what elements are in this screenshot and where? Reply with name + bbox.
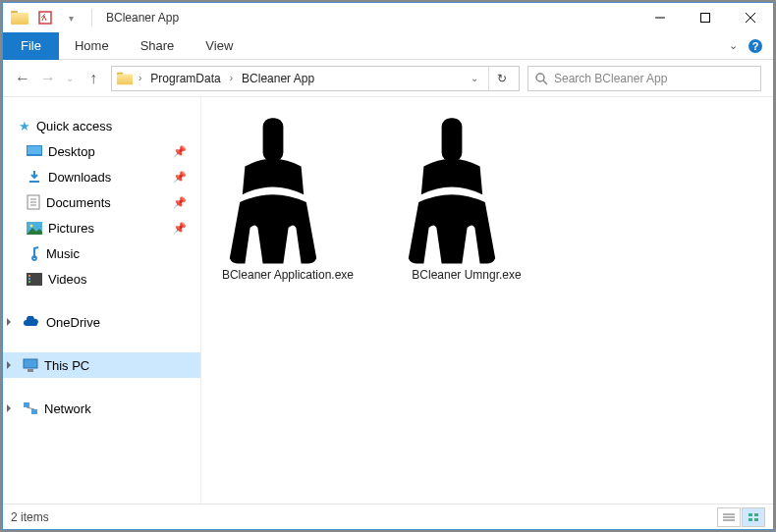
titlebar: ▾ BCleaner App — [3, 3, 773, 32]
svg-rect-27 — [263, 118, 284, 161]
qat-dropdown-icon[interactable]: ▾ — [60, 7, 82, 28]
svg-rect-35 — [754, 518, 758, 521]
address-dropdown-icon[interactable]: ⌄ — [465, 73, 484, 83]
sidebar-item-videos[interactable]: Videos — [3, 266, 200, 292]
sidebar-item-onedrive[interactable]: OneDrive — [3, 309, 200, 335]
sidebar-item-documents[interactable]: Documents 📌 — [3, 189, 200, 215]
svg-rect-2 — [701, 14, 710, 23]
downloads-icon — [27, 169, 42, 185]
pictures-icon — [27, 222, 42, 235]
minimize-button[interactable] — [637, 3, 683, 32]
tab-home[interactable]: Home — [59, 32, 125, 60]
svg-rect-25 — [31, 409, 37, 414]
svg-rect-19 — [28, 275, 30, 277]
pin-icon: 📌 — [173, 171, 187, 184]
folder-icon — [117, 72, 133, 84]
pin-icon: 📌 — [173, 222, 187, 235]
svg-rect-21 — [28, 281, 30, 283]
file-name: BCleaner Application.exe — [209, 268, 366, 284]
forward-button[interactable]: → — [40, 70, 56, 87]
svg-rect-10 — [28, 146, 41, 154]
close-button[interactable] — [728, 3, 773, 32]
svg-rect-24 — [24, 402, 29, 407]
svg-rect-20 — [28, 278, 30, 280]
svg-rect-32 — [748, 513, 752, 516]
file-item[interactable]: BCleaner Umngr.exe — [388, 111, 545, 307]
music-icon — [27, 245, 40, 261]
file-item[interactable]: BCleaner Application.exe — [209, 111, 366, 307]
search-icon — [534, 72, 548, 85]
svg-text:?: ? — [752, 40, 759, 52]
properties-icon[interactable] — [34, 7, 56, 28]
status-bar: 2 items — [3, 504, 773, 529]
details-view-button[interactable] — [717, 507, 741, 527]
ribbon-expand-icon[interactable]: ⌄ — [729, 39, 738, 52]
explorer-window: ▾ BCleaner App File Home Share View ⌄ ? — [2, 2, 774, 530]
address-bar-row: ← → ⌄ ↑ › ProgramData › BCleaner App ⌄ ↻… — [3, 60, 773, 97]
quick-access-header[interactable]: ★ Quick access — [3, 113, 200, 138]
sidebar-item-network[interactable]: Network — [3, 396, 200, 421]
sidebar-item-this-pc[interactable]: This PC — [3, 352, 200, 378]
tab-view[interactable]: View — [190, 32, 249, 60]
svg-point-17 — [30, 224, 33, 227]
svg-rect-33 — [754, 513, 758, 516]
ribbon: File Home Share View ⌄ ? — [3, 32, 773, 60]
window-title: BCleaner App — [98, 11, 179, 25]
sidebar-item-pictures[interactable]: Pictures 📌 — [3, 215, 200, 240]
chevron-right-icon[interactable]: › — [229, 73, 234, 83]
network-icon — [23, 401, 38, 415]
pin-icon: 📌 — [173, 145, 187, 158]
svg-rect-22 — [24, 359, 37, 368]
app-icon — [388, 111, 516, 268]
documents-icon — [27, 194, 40, 210]
quick-access-toolbar: ▾ — [3, 7, 98, 28]
svg-rect-23 — [28, 369, 33, 372]
folder-icon[interactable] — [9, 7, 30, 28]
file-tab[interactable]: File — [3, 32, 59, 60]
sidebar-item-music[interactable]: Music — [3, 240, 200, 266]
back-button[interactable]: ← — [15, 70, 30, 87]
search-placeholder: Search BCleaner App — [554, 72, 667, 85]
onedrive-icon — [23, 316, 40, 328]
chevron-right-icon[interactable]: › — [138, 73, 142, 83]
tab-share[interactable]: Share — [125, 32, 191, 60]
sidebar-item-downloads[interactable]: Downloads 📌 — [3, 164, 200, 189]
videos-icon — [27, 273, 42, 286]
svg-rect-28 — [442, 118, 463, 161]
this-pc-icon — [23, 358, 38, 372]
svg-rect-11 — [29, 181, 39, 183]
navigation-pane: ★ Quick access Desktop 📌 Downloads 📌 Doc… — [3, 97, 201, 504]
svg-rect-34 — [748, 518, 752, 521]
breadcrumb[interactable]: ProgramData — [146, 72, 224, 85]
desktop-icon — [27, 145, 42, 157]
search-input[interactable]: Search BCleaner App — [527, 66, 761, 91]
breadcrumb[interactable]: BCleaner App — [238, 72, 318, 85]
sidebar-item-desktop[interactable]: Desktop 📌 — [3, 138, 200, 164]
star-icon: ★ — [19, 119, 30, 133]
up-button[interactable]: ↑ — [83, 70, 103, 87]
file-name: BCleaner Umngr.exe — [388, 268, 545, 284]
icons-view-button[interactable] — [742, 507, 765, 527]
maximize-button[interactable] — [683, 3, 728, 32]
help-icon[interactable]: ? — [748, 38, 763, 54]
item-count: 2 items — [11, 510, 49, 524]
recent-dropdown-icon[interactable]: ⌄ — [66, 73, 74, 83]
address-bar[interactable]: › ProgramData › BCleaner App ⌄ ↻ — [111, 66, 520, 91]
svg-line-26 — [27, 407, 34, 409]
svg-line-8 — [543, 80, 547, 84]
refresh-button[interactable]: ↻ — [488, 67, 515, 90]
svg-point-7 — [536, 74, 544, 81]
file-list[interactable]: BCleaner Application.exe BCleaner Umngr.… — [201, 97, 773, 504]
pin-icon: 📌 — [173, 196, 187, 209]
app-icon — [209, 111, 337, 268]
